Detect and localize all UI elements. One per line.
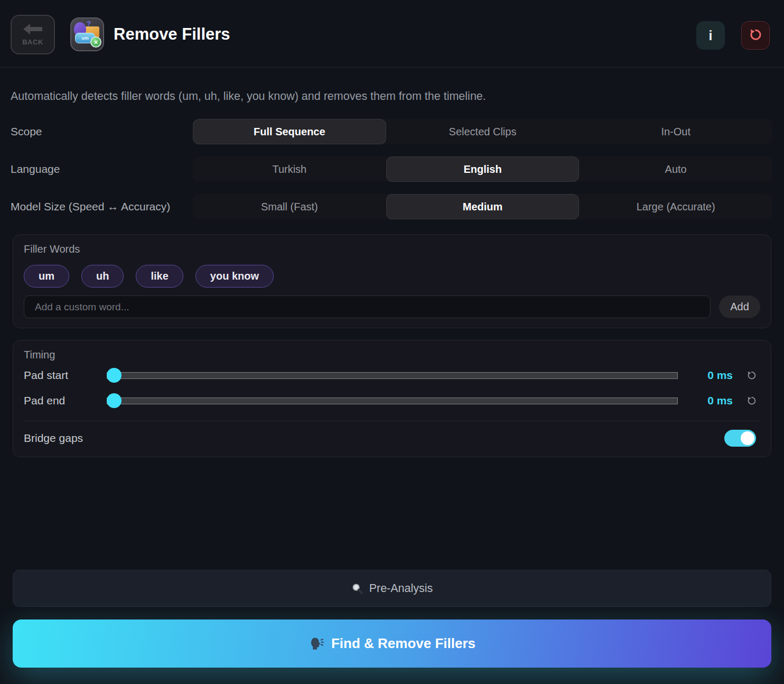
toggle-knob — [741, 431, 754, 445]
segment-large-accurate[interactable]: Large (Accurate) — [579, 194, 772, 219]
chip-you-know[interactable]: you know — [195, 265, 274, 288]
pad-start-label: Pad start — [24, 366, 68, 385]
scope-segmented-control: Full Sequence Selected Clips In-Out — [193, 119, 772, 144]
model-size-segmented-control: Small (Fast) Medium Large (Accurate) — [193, 194, 772, 219]
info-button[interactable]: i — [696, 21, 725, 50]
segment-small-fast[interactable]: Small (Fast) — [193, 194, 386, 219]
segment-full-sequence[interactable]: Full Sequence — [193, 119, 386, 144]
segment-selected-clips[interactable]: Selected Clips — [386, 119, 580, 144]
segment-in-out[interactable]: In-Out — [579, 119, 772, 144]
language-row: Language Turkish English Auto — [0, 156, 784, 182]
page-title: Remove Fillers — [114, 25, 230, 44]
bridge-gaps-row: Bridge gaps — [13, 425, 771, 451]
chip-like[interactable]: like — [136, 265, 183, 288]
filler-word-chips: um uh like you know — [24, 265, 274, 288]
remove-x-badge: × — [90, 36, 101, 48]
back-button-label: BACK — [22, 38, 43, 46]
segment-english[interactable]: English — [386, 156, 580, 182]
pad-end-reset-icon[interactable] — [746, 395, 757, 406]
pad-end-row: Pad end 0 ms — [13, 391, 771, 410]
reset-icon — [749, 27, 763, 44]
pad-end-label: Pad end — [24, 391, 65, 410]
remove-fillers-app-icon: ? um × — [70, 17, 104, 51]
timing-title: Timing — [24, 349, 55, 361]
timing-divider — [24, 421, 760, 421]
pad-start-slider-thumb[interactable] — [107, 368, 122, 383]
pad-end-value: 0 ms — [707, 391, 733, 410]
custom-word-input[interactable] — [24, 295, 711, 318]
pad-start-slider-track[interactable] — [107, 372, 678, 379]
info-icon: i — [709, 28, 713, 43]
chip-um[interactable]: um — [24, 265, 69, 288]
scope-label: Scope — [11, 119, 42, 144]
header-divider — [0, 67, 784, 68]
segment-turkish[interactable]: Turkish — [193, 156, 386, 182]
pad-start-value: 0 ms — [707, 366, 733, 385]
pre-analysis-button[interactable]: Pre-Analysis — [13, 570, 771, 607]
pad-end-slider-thumb[interactable] — [107, 393, 122, 408]
pad-end-slider-track[interactable] — [107, 398, 678, 404]
add-word-button[interactable]: Add — [719, 295, 760, 318]
speaking-head-icon — [309, 636, 324, 652]
filler-words-title: Filler Words — [24, 243, 80, 255]
timing-card: Timing Pad start 0 ms Pad end 0 ms Bridg… — [13, 340, 771, 457]
pre-analysis-label: Pre-Analysis — [369, 582, 433, 595]
find-remove-fillers-button[interactable]: Find & Remove Fillers — [13, 620, 771, 668]
bridge-gaps-label: Bridge gaps — [24, 425, 83, 451]
language-segmented-control: Turkish English Auto — [193, 156, 772, 182]
segment-auto[interactable]: Auto — [579, 156, 772, 182]
remove-fillers-panel: BACK ? um × Remove Fillers i Automatical… — [0, 0, 784, 684]
pad-start-reset-icon[interactable] — [746, 370, 757, 381]
bridge-gaps-toggle[interactable] — [724, 430, 756, 447]
question-mark-art: ? — [87, 20, 91, 27]
pad-start-row: Pad start 0 ms — [13, 366, 771, 385]
segment-medium[interactable]: Medium — [386, 194, 580, 219]
back-arrow-icon — [23, 24, 42, 36]
chip-uh[interactable]: uh — [81, 265, 124, 288]
model-size-label: Model Size (Speed ↔ Accuracy) — [11, 194, 170, 219]
description-text: Automatically detects filler words (um, … — [11, 90, 486, 103]
reset-all-button[interactable] — [741, 21, 770, 50]
scope-row: Scope Full Sequence Selected Clips In-Ou… — [0, 119, 784, 144]
language-label: Language — [11, 156, 60, 182]
back-button[interactable]: BACK — [11, 15, 55, 54]
model-size-row: Model Size (Speed ↔ Accuracy) Small (Fas… — [0, 194, 784, 219]
filler-words-card: Filler Words um uh like you know Add — [13, 234, 771, 328]
magnifier-icon — [351, 583, 363, 595]
find-remove-fillers-label: Find & Remove Fillers — [331, 635, 475, 652]
